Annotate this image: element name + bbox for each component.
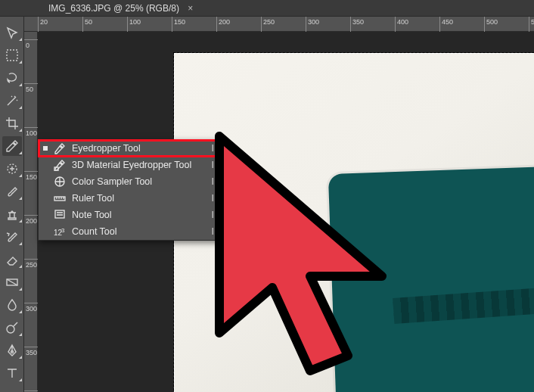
flyout-item-label: Color Sampler Tool	[72, 176, 206, 187]
flyout-item-ruler[interactable]: Ruler ToolI	[39, 190, 220, 207]
ruler-h-tick: 300	[306, 17, 306, 32]
submenu-indicator-icon	[19, 378, 22, 381]
flyout-item-shortcut: I	[212, 226, 214, 237]
svg-text:3: 3	[61, 227, 65, 234]
svg-rect-0	[7, 50, 17, 61]
submenu-indicator-icon	[19, 151, 22, 154]
submenu-indicator-icon	[19, 333, 22, 336]
ruler-h-tick: 550	[529, 17, 529, 32]
ruler-v-tick: 250	[24, 259, 38, 260]
flyout-item-color-sampler[interactable]: Color Sampler ToolI	[39, 173, 220, 190]
tool-panel	[0, 17, 24, 392]
ruler-h-tick: 450	[439, 17, 440, 32]
ruler-v-tick: 150	[24, 171, 38, 172]
svg-point-3	[7, 325, 14, 333]
ruler-h-tick: 400	[395, 17, 396, 32]
ruler-h-tick: 250	[261, 17, 262, 32]
ruler-h-tick: 50	[82, 17, 83, 32]
ruler-vertical[interactable]: 050100150200250300350400	[24, 32, 38, 392]
submenu-indicator-icon	[19, 265, 22, 268]
flyout-item-eyedropper-3d[interactable]: 3D Material Eyedropper ToolI	[39, 157, 220, 173]
flyout-item-label: Ruler Tool	[72, 193, 206, 204]
flyout-item-shortcut: I	[212, 193, 214, 204]
eyedropper-flyout-menu: Eyedropper ToolI3D Material Eyedropper T…	[38, 139, 221, 241]
submenu-indicator-icon	[19, 83, 22, 86]
svg-rect-8	[55, 210, 64, 218]
ruler-v-tick: 300	[24, 303, 38, 303]
ruler-h-tick: 100	[127, 17, 128, 32]
ruler-v-tick: 50	[24, 83, 38, 84]
bag-webbing	[393, 278, 534, 323]
flyout-item-shortcut: I	[212, 160, 214, 170]
ruler-h-tick: 150	[172, 17, 172, 32]
submenu-indicator-icon	[19, 356, 22, 359]
ruler-v-tick: 0	[24, 39, 38, 40]
flyout-item-label: 3D Material Eyedropper Tool	[72, 160, 206, 170]
submenu-indicator-icon	[19, 106, 22, 109]
flyout-item-label: Eyedropper Tool	[72, 143, 206, 154]
close-icon[interactable]: ×	[188, 3, 193, 14]
submenu-indicator-icon	[19, 174, 22, 177]
ruler-h-tick: 500	[484, 17, 485, 32]
flyout-item-label: Note Tool	[72, 210, 206, 220]
submenu-indicator-icon	[19, 129, 22, 132]
flyout-item-count[interactable]: 123Count ToolI	[39, 223, 220, 240]
document-canvas[interactable]	[174, 53, 534, 392]
document-tab[interactable]: IMG_6336.JPG @ 25% (RGB/8) ×	[42, 2, 199, 15]
flyout-item-eyedropper[interactable]: Eyedropper ToolI	[39, 140, 220, 157]
ruler-v-tick: 400	[24, 390, 38, 391]
ruler-v-tick: 200	[24, 215, 38, 216]
ruler-h-tick: 350	[350, 17, 351, 32]
ruler-v-tick: 350	[24, 347, 38, 347]
submenu-indicator-icon	[19, 38, 22, 41]
ruler-h-tick: 200	[216, 17, 217, 32]
selected-indicator-icon	[43, 146, 48, 151]
note-icon	[54, 209, 66, 221]
color-sampler-icon	[54, 176, 66, 188]
document-tab-strip: IMG_6336.JPG @ 25% (RGB/8) ×	[0, 0, 534, 17]
flyout-item-shortcut: I	[212, 176, 214, 187]
submenu-indicator-icon	[19, 61, 22, 64]
flyout-item-shortcut: I	[212, 210, 214, 220]
ruler-h-tick: 20	[38, 17, 39, 32]
flyout-item-shortcut: I	[212, 143, 214, 154]
submenu-indicator-icon	[19, 242, 22, 245]
photo-subject-bag	[328, 160, 534, 392]
ruler-icon	[54, 192, 66, 204]
flyout-item-note[interactable]: Note ToolI	[39, 207, 220, 223]
submenu-indicator-icon	[19, 219, 22, 222]
count-icon: 123	[54, 226, 66, 238]
eyedropper-icon	[54, 142, 66, 154]
eyedropper-3d-icon	[54, 159, 66, 171]
document-tab-title: IMG_6336.JPG @ 25% (RGB/8)	[48, 3, 179, 14]
submenu-indicator-icon	[19, 310, 22, 313]
submenu-indicator-icon	[19, 288, 22, 291]
submenu-indicator-icon	[19, 197, 22, 200]
ruler-v-tick: 100	[24, 127, 38, 128]
flyout-item-label: Count Tool	[72, 226, 206, 237]
ruler-horizontal[interactable]: 2050100150200250300350400450500550	[24, 17, 534, 32]
